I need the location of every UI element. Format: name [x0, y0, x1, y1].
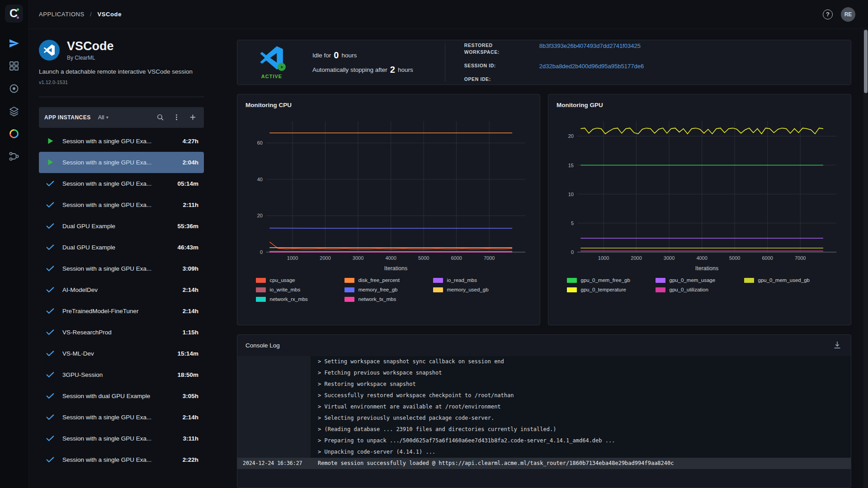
- instance-row[interactable]: Session with a single GPU Exa...05:14m: [39, 173, 204, 194]
- check-icon: [45, 178, 55, 188]
- session-status-card: ACTIVE Idle for 0 hours Automatically st…: [237, 40, 851, 85]
- instance-row[interactable]: AI-ModelDev2:14h: [39, 279, 204, 300]
- gpu-chart[interactable]: 100020003000400050006000700005101520Iter…: [556, 115, 844, 273]
- instance-row[interactable]: Session with a single GPU Exa...4:27h: [39, 131, 204, 152]
- nav-item-pipelines-icon[interactable]: [9, 151, 19, 162]
- svg-text:6000: 6000: [451, 255, 462, 261]
- instance-row[interactable]: Session with dual GPU Example3:05h: [39, 385, 204, 407]
- svg-text:5000: 5000: [418, 255, 429, 261]
- instance-row[interactable]: Session with a single GPU Exa...2:22h: [39, 449, 204, 470]
- legend-item[interactable]: memory_free_gb: [344, 287, 433, 292]
- console-line-text: > Restoring workspace snapshot: [311, 379, 851, 390]
- console-timestamp: [237, 367, 311, 379]
- cpu-chart[interactable]: 10002000300040005000600070000204060Itera…: [245, 115, 533, 273]
- legend-item[interactable]: disk_free_percent: [344, 277, 433, 283]
- console-line-text: > Setting workspace snapshot sync callba…: [311, 356, 851, 367]
- help-icon[interactable]: ?: [823, 9, 833, 19]
- check-icon: [45, 285, 55, 295]
- instance-row[interactable]: VS-ML-Dev15:14m: [39, 343, 204, 364]
- svg-text:0: 0: [571, 249, 574, 255]
- instance-row[interactable]: Session with a single GPU Exa...2:14h: [39, 407, 204, 428]
- legend-swatch: [256, 297, 266, 302]
- console-line-text: > Unpacking code-server (4.14.1) ...: [311, 446, 851, 458]
- instance-row[interactable]: Dual GPU Example46:43m: [39, 237, 204, 258]
- legend-item[interactable]: memory_used_gb: [433, 287, 522, 292]
- breadcrumb-separator: /: [90, 11, 92, 18]
- legend-item[interactable]: network_rx_mbs: [256, 296, 344, 302]
- legend-label: gpu_0_mem_usage: [670, 277, 716, 283]
- nav-item-applications-icon[interactable]: [9, 38, 19, 49]
- clearml-logo[interactable]: C: [5, 5, 23, 23]
- console-timestamp: [237, 390, 311, 401]
- legend-item[interactable]: io_write_mbs: [256, 287, 344, 292]
- instance-row[interactable]: Session with a single GPU Exa...3:11h: [39, 428, 204, 449]
- instance-name: VS-ML-Dev: [62, 350, 173, 357]
- gpu-chart-title: Monitoring GPU: [557, 102, 844, 108]
- console-log-body[interactable]: > Setting workspace snapshot sync callba…: [237, 356, 851, 488]
- console-row: > Preparing to unpack .../500d625af75a6f…: [237, 435, 851, 446]
- check-icon: [45, 412, 55, 422]
- breadcrumb: APPLICATIONS / VSCode: [39, 11, 122, 18]
- page-scrollbar[interactable]: [863, 29, 868, 488]
- legend-label: network_tx_mbs: [359, 296, 396, 302]
- legend-label: memory_free_gb: [359, 287, 398, 292]
- svg-text:40: 40: [257, 177, 263, 182]
- svg-text:7000: 7000: [484, 255, 495, 261]
- instance-row[interactable]: PreTrainedModel-FineTuner2:14h: [39, 300, 204, 322]
- nav-item-datasets-icon[interactable]: [9, 106, 19, 117]
- legend-swatch: [567, 287, 577, 292]
- legend-label: cpu_usage: [270, 277, 295, 283]
- instance-duration: 05:14m: [177, 180, 198, 187]
- svg-text:20: 20: [257, 213, 263, 218]
- console-row: > Successfully restored workspace checkp…: [237, 390, 851, 401]
- search-icon[interactable]: [154, 112, 166, 123]
- legend-label: network_rx_mbs: [270, 296, 308, 302]
- legend-item[interactable]: io_read_mbs: [433, 277, 522, 283]
- nav-item-tasks-icon[interactable]: [9, 83, 19, 94]
- play-icon: [45, 157, 55, 167]
- instance-row[interactable]: Session with a single GPU Exa...2:04h: [39, 152, 204, 173]
- add-instance-button[interactable]: [187, 112, 198, 123]
- svg-text:2000: 2000: [320, 255, 330, 261]
- breadcrumb-applications[interactable]: APPLICATIONS: [39, 11, 85, 18]
- instance-name: Dual GPU Example: [62, 223, 173, 230]
- legend-item[interactable]: gpu_0_mem_usage: [656, 277, 744, 283]
- restored-workspace-label: RESTORED WORKSPACE:: [464, 42, 527, 56]
- console-line-text: > Preparing to unpack .../500d625af75a6f…: [311, 435, 851, 446]
- svg-text:5: 5: [571, 221, 574, 226]
- svg-text:Iterations: Iterations: [384, 265, 407, 272]
- vscode-logo: [259, 46, 284, 70]
- instance-row[interactable]: Dual GPU Example55:36m: [39, 216, 204, 237]
- instance-duration: 4:27h: [183, 138, 198, 145]
- legend-item[interactable]: gpu_0_mem_free_gb: [567, 277, 656, 283]
- instance-row[interactable]: 3GPU-Session18:50m: [39, 364, 204, 385]
- nav-items: [9, 38, 19, 174]
- instances-filter-dropdown[interactable]: All▾: [98, 114, 108, 121]
- instance-row[interactable]: VS-ResearchProd1:15h: [39, 322, 204, 343]
- console-timestamp: 2024-12-24 16:36:27: [237, 458, 311, 469]
- nav-item-reports-icon[interactable]: [9, 128, 19, 139]
- instance-name: Session with a single GPU Exa...: [62, 456, 178, 463]
- app-title: VSCode: [67, 40, 114, 53]
- avatar[interactable]: RE: [841, 7, 855, 22]
- instance-duration: 46:43m: [177, 244, 198, 251]
- legend-swatch: [344, 297, 354, 302]
- kebab-menu-icon[interactable]: [170, 112, 182, 123]
- session-details: RESTORED WORKSPACE: 8b3f3393e26b407493d7…: [464, 42, 644, 83]
- legend-item[interactable]: network_tx_mbs: [344, 296, 433, 302]
- nav-item-projects-icon[interactable]: [9, 61, 19, 71]
- instance-name: Session with a single GPU Exa...: [62, 202, 178, 208]
- svg-text:4000: 4000: [385, 255, 396, 261]
- instance-row[interactable]: Session with a single GPU Exa...3:09h: [39, 258, 204, 279]
- check-icon: [45, 455, 55, 465]
- instance-duration: 2:22h: [183, 456, 198, 463]
- console-timestamp: [237, 379, 311, 390]
- download-log-icon[interactable]: [833, 341, 843, 351]
- legend-item[interactable]: gpu_0_mem_used_gb: [744, 277, 833, 283]
- legend-item[interactable]: gpu_0_utilization: [656, 287, 744, 292]
- svg-text:4000: 4000: [696, 255, 707, 261]
- page-scrollbar-thumb[interactable]: [864, 30, 868, 93]
- legend-item[interactable]: cpu_usage: [256, 277, 344, 283]
- instance-row[interactable]: Session with a single GPU Exa...2:11h: [39, 194, 204, 216]
- legend-item[interactable]: gpu_0_temperature: [567, 287, 656, 292]
